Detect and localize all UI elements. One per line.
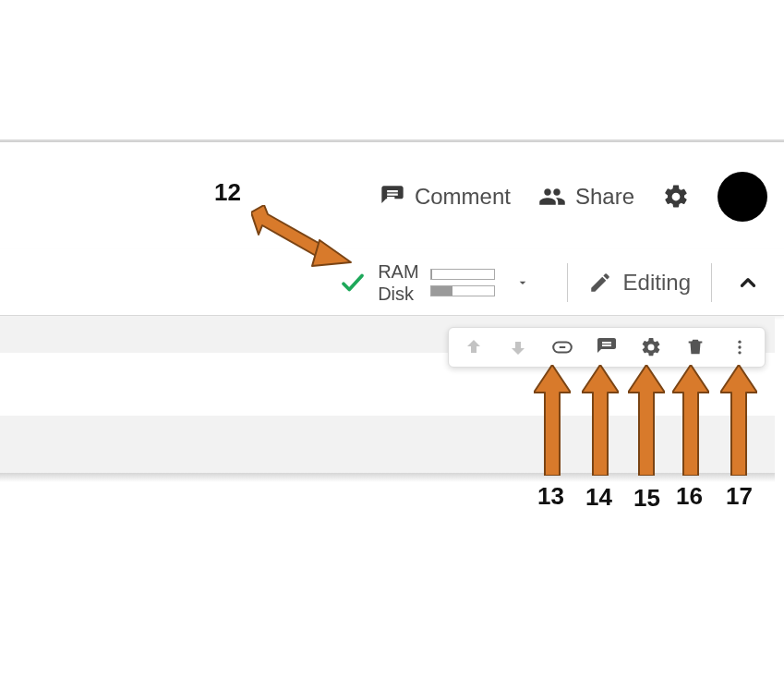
svg-marker-3 — [251, 205, 323, 257]
annotation-label-17: 17 — [726, 482, 753, 511]
avatar[interactable] — [718, 172, 767, 222]
annotation-arrow-17 — [720, 365, 757, 476]
ram-bar — [430, 269, 495, 280]
runtime-status[interactable]: RAM Disk — [339, 260, 553, 305]
annotation-arrow-13 — [534, 365, 571, 476]
delete-cell-button[interactable] — [681, 333, 709, 361]
disk-bar — [430, 285, 495, 296]
chevron-down-icon — [515, 275, 530, 290]
disk-bar-fill — [431, 286, 453, 296]
resource-labels: RAM Disk — [378, 260, 418, 305]
annotation-arrow-16 — [672, 365, 709, 476]
annotation-arrow-12 — [251, 205, 358, 279]
people-icon — [538, 183, 566, 211]
editing-mode-button[interactable]: Editing — [581, 270, 698, 296]
ram-label: RAM — [378, 260, 418, 283]
vertical-divider — [711, 263, 712, 302]
trash-icon — [685, 336, 706, 358]
secondary-toolbar: RAM Disk Editing — [0, 249, 784, 316]
move-cell-down-button — [504, 333, 532, 361]
annotation-arrow-14 — [582, 365, 619, 476]
more-vert-icon — [730, 336, 749, 358]
add-comment-button[interactable] — [593, 333, 621, 361]
annotation-arrow-15 — [628, 365, 665, 476]
top-divider — [0, 139, 784, 141]
collapse-toolbar-button[interactable] — [725, 262, 771, 303]
svg-point-1 — [738, 345, 741, 348]
header-toolbar: Comment Share — [0, 174, 784, 220]
editing-mode-label: Editing — [623, 270, 691, 296]
copy-link-button[interactable] — [549, 333, 576, 361]
link-icon — [550, 335, 574, 359]
ram-bar-fill — [431, 270, 432, 279]
comment-label: Comment — [415, 184, 511, 210]
cell-toolbar — [448, 327, 766, 368]
chevron-up-icon — [736, 271, 760, 295]
share-label: Share — [575, 184, 634, 210]
svg-marker-4 — [312, 240, 351, 266]
pencil-icon — [588, 271, 612, 295]
annotation-label-12: 12 — [214, 178, 241, 207]
arrow-up-icon — [463, 336, 485, 358]
arrow-down-icon — [507, 336, 529, 358]
more-options-button[interactable] — [726, 333, 754, 361]
comment-icon — [380, 184, 405, 210]
annotation-label-13: 13 — [537, 482, 564, 511]
gear-icon — [662, 183, 690, 211]
svg-point-0 — [738, 341, 741, 344]
annotation-label-14: 14 — [585, 483, 612, 512]
annotation-label-16: 16 — [676, 482, 703, 511]
resources-dropdown-caret[interactable] — [506, 275, 539, 290]
comment-icon — [596, 336, 618, 358]
share-button[interactable]: Share — [538, 183, 634, 211]
move-cell-up-button — [460, 333, 488, 361]
comment-button[interactable]: Comment — [380, 184, 511, 210]
settings-button[interactable] — [662, 183, 690, 211]
svg-point-2 — [738, 351, 741, 354]
gear-icon — [640, 336, 662, 358]
annotation-label-15: 15 — [633, 484, 660, 513]
resource-bars — [430, 269, 495, 296]
vertical-divider — [567, 263, 568, 302]
cell-settings-button[interactable] — [637, 333, 665, 361]
disk-label: Disk — [378, 283, 418, 305]
